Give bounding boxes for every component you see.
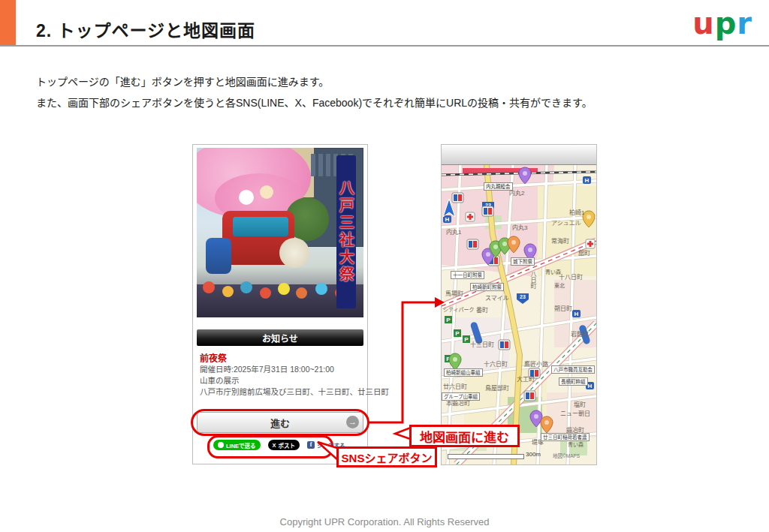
line-icon (218, 442, 224, 448)
svg-text:P: P (446, 317, 451, 323)
map-town-label: 常海町 (551, 236, 569, 245)
x-icon: X (273, 442, 276, 449)
map-poi-label: 柏崎新組山車組 (444, 368, 483, 377)
event-place: 八戸市庁別館前広場及び三日町、十三日町、廿三日町 (200, 386, 389, 397)
map-town-label: 鷹匠小路 (524, 359, 548, 368)
line-share-label: LINEで送る (226, 441, 256, 449)
map-town-label: 番町 (476, 305, 488, 314)
svg-text:H: H (588, 383, 593, 389)
map-screenshot: 23 23 P P P P H H H H (441, 144, 597, 465)
map-town-label: 塩町 (574, 400, 586, 408)
float-doll (260, 185, 273, 199)
map-callout: 地図画面に進む (409, 425, 520, 447)
crowd-hat (240, 281, 252, 293)
notice-bar: お知らせ (197, 329, 363, 346)
header-divider (0, 45, 769, 47)
svg-text:H: H (574, 311, 579, 317)
crowd-hat (315, 283, 327, 295)
map-poi-label: 十一日町附祭 (451, 271, 484, 279)
map-town-label: 柏崎1 (569, 208, 584, 216)
float-banner-left (206, 238, 231, 274)
map-town-label: シティパーク (443, 305, 475, 313)
float-roof (233, 217, 288, 236)
map-poi-label: 城下附祭 (511, 257, 535, 266)
crowd-hat (296, 287, 307, 299)
proceed-arrow-icon: → (346, 416, 359, 428)
x-post-label: ポスト (279, 441, 296, 449)
event-name: 前夜祭 (200, 351, 227, 364)
svg-text:H: H (445, 216, 450, 223)
sns-share-row: LINEで送る Xポスト fシェアする (213, 440, 326, 450)
map-poi-label: 長横町粋組 (559, 377, 588, 386)
map-town-label: 廿六日町 (443, 382, 467, 390)
map-town-label: 大工町 (517, 374, 535, 383)
logo-u: u (692, 6, 714, 41)
map-town-label: スマイル (485, 293, 509, 302)
x-post-button[interactable]: Xポスト (268, 440, 300, 450)
event-schedule: 開催日時:2025年7月31日 18:00~21:00 (200, 363, 334, 374)
map-poi-label: 内丸親睦会 (484, 182, 513, 191)
map-town-label: 内丸3 (512, 223, 527, 231)
map-poi-label: 八戸市職員互助会 (551, 365, 595, 374)
map-poi-label: 廿三日町稲荷若者連 (541, 433, 590, 441)
event-description: 山車の展示 (200, 374, 240, 386)
svg-text:P: P (455, 330, 460, 337)
map-attribution: 地図©MAPS (553, 452, 580, 459)
map-town-label: 朔日町 (554, 304, 572, 312)
map-header (442, 145, 596, 165)
map-town-label: 鳥屋部町 (485, 383, 509, 392)
festival-photo: 八戸三社大祭 (197, 148, 363, 317)
crowd-hat (222, 286, 234, 297)
float-doll (239, 190, 254, 205)
logo-r: r (737, 6, 752, 41)
footer-copyright: Copyright UPR Corporation. All Rights Re… (0, 516, 769, 527)
map-town-label: 十八日町 (559, 272, 583, 281)
accent-bar (0, 0, 16, 46)
logo-p: p (715, 6, 737, 41)
intro-line-2: また、画面下部のシェアボタンを使うと各SNS(LINE、X、Facebook)で… (36, 95, 593, 110)
page-title: 2. トップページと地図画面 (36, 17, 255, 42)
float-figure (279, 238, 309, 268)
map-scale-label: 300m (526, 451, 541, 458)
svg-text:23: 23 (520, 294, 526, 299)
proceed-button[interactable]: 進む → (197, 412, 363, 433)
crowd-hat (260, 287, 271, 299)
intro-line-1: トップページの「進む」ボタンを押すと地図画面に進みます。 (36, 74, 329, 89)
crowd-hat (278, 283, 290, 295)
map-town-label: 東北 (554, 281, 565, 289)
upr-logo: upr (692, 6, 752, 41)
map-town-label: 青い森 (568, 440, 584, 448)
festival-title-banner: 八戸三社大祭 (336, 155, 356, 308)
map-town-label: ニュー朝日 (560, 409, 590, 417)
map-town-label: 十三日町 (470, 340, 494, 348)
map-town-label: 十六日町 (484, 359, 508, 368)
map-town-label: アシュエル (551, 218, 581, 227)
proceed-button-label: 進む (270, 416, 290, 430)
crowd-hat (203, 281, 215, 293)
svg-text:H: H (585, 177, 590, 184)
map-town-label: 岩館町 (571, 329, 589, 338)
map-town-label: 舘町 (578, 248, 590, 257)
map-town-label: 八日町 (529, 271, 537, 289)
svg-text:P: P (464, 336, 469, 343)
map-poi-label: グループ山車組 (442, 392, 480, 401)
map-town-label: 内丸1 (446, 227, 461, 236)
sns-callout: SNSシェアボタン (336, 446, 437, 467)
festival-title-text: 八戸三社大祭 (336, 180, 357, 284)
map-scale-bar (448, 454, 524, 459)
map-town-label: 馬場町 (445, 289, 463, 297)
facebook-icon: f (307, 441, 315, 449)
map-poi-label: 柏崎新町附祭 (470, 283, 504, 291)
line-share-button[interactable]: LINEで送る (213, 440, 261, 450)
